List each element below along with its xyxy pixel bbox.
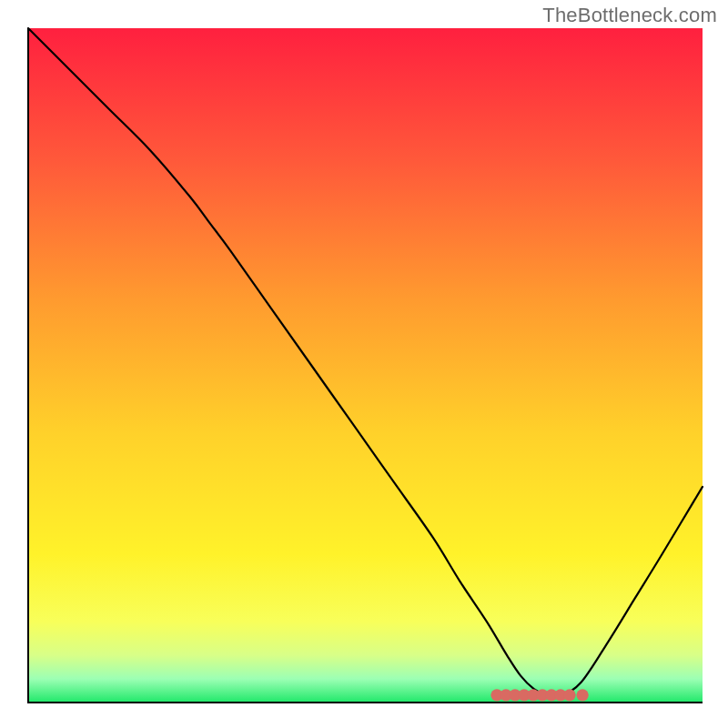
watermark: TheBottleneck.com <box>542 4 717 27</box>
svg-point-9 <box>576 689 588 701</box>
svg-point-8 <box>563 689 575 701</box>
optimum-marker <box>490 689 588 701</box>
chart-container: TheBottleneck.com <box>0 0 728 728</box>
bottleneck-chart <box>0 0 728 728</box>
